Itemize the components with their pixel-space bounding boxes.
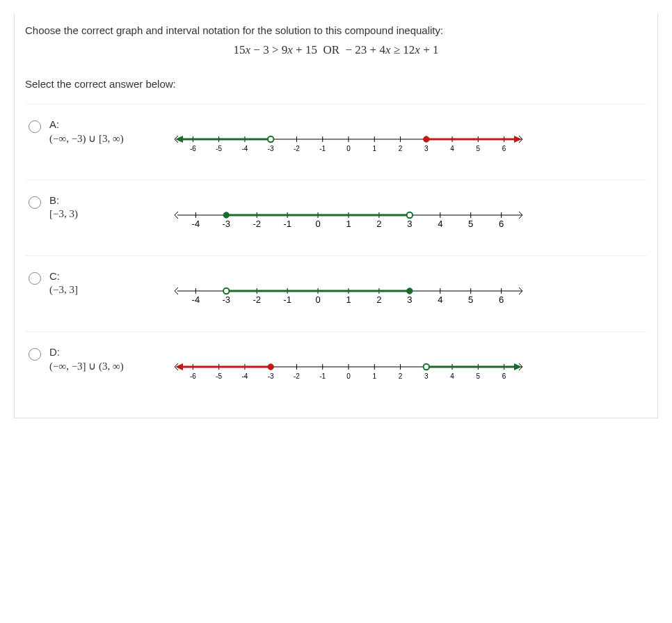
svg-text:0: 0 (315, 294, 320, 305)
svg-text:1: 1 (346, 219, 351, 229)
svg-text:4: 4 (438, 294, 442, 305)
svg-point-29 (268, 136, 273, 142)
graph-container: -4-3-2-10123456 (168, 270, 643, 310)
graph-container: -4-3-2-10123456 (168, 194, 643, 235)
interval-notation: (−∞, −3) ∪ [3, ∞) (49, 132, 168, 145)
svg-text:6: 6 (502, 145, 506, 152)
svg-text:-3: -3 (223, 294, 231, 305)
number-line-graph: -4-3-2-10123456 (168, 283, 529, 310)
svg-text:3: 3 (424, 372, 429, 380)
select-prompt: Select the correct answer below: (25, 78, 647, 90)
radio-button[interactable] (29, 272, 41, 285)
svg-text:-2: -2 (253, 219, 261, 229)
option-D[interactable]: D:(−∞, −3] ∪ (3, ∞)-6-5-4-3-2-10123456 (25, 331, 647, 407)
svg-marker-31 (514, 136, 522, 143)
svg-text:-1: -1 (319, 372, 326, 380)
interval-notation: (−3, 3] (49, 284, 168, 296)
svg-marker-116 (514, 363, 522, 370)
options-list: A:(−∞, −3) ∪ [3, ∞)-6-5-4-3-2-10123456B:… (25, 104, 647, 407)
svg-text:0: 0 (346, 372, 351, 380)
question-card: Choose the correct graph and interval no… (14, 14, 658, 418)
svg-point-114 (268, 364, 273, 370)
svg-text:-5: -5 (216, 145, 222, 152)
radio-button[interactable] (29, 348, 41, 361)
svg-text:1: 1 (372, 372, 376, 380)
svg-text:-6: -6 (190, 145, 196, 152)
svg-text:2: 2 (399, 145, 403, 152)
option-B[interactable]: B:[−3, 3)-4-3-2-10123456 (25, 180, 647, 255)
svg-point-57 (223, 212, 229, 218)
svg-text:-6: -6 (190, 372, 196, 380)
svg-text:0: 0 (315, 219, 320, 229)
option-A[interactable]: A:(−∞, −3) ∪ [3, ∞)-6-5-4-3-2-10123456 (25, 104, 647, 180)
svg-text:2: 2 (376, 294, 381, 305)
svg-marker-28 (175, 136, 183, 143)
svg-point-84 (407, 288, 413, 294)
svg-text:-3: -3 (268, 145, 274, 152)
svg-text:4: 4 (438, 219, 442, 229)
svg-text:-2: -2 (253, 294, 261, 305)
svg-text:1: 1 (372, 145, 376, 152)
number-line-graph: -6-5-4-3-2-10123456 (168, 358, 529, 386)
svg-text:-4: -4 (192, 294, 200, 305)
svg-text:0: 0 (346, 145, 351, 152)
option-label: A: (49, 118, 168, 130)
svg-text:-4: -4 (241, 145, 248, 152)
interval-notation: [−3, 3) (49, 208, 168, 220)
svg-text:-2: -2 (294, 145, 300, 152)
svg-text:-5: -5 (216, 372, 222, 380)
svg-text:3: 3 (407, 219, 412, 229)
option-label: D: (49, 346, 168, 358)
option-label: B: (49, 194, 168, 206)
svg-text:4: 4 (450, 145, 454, 152)
svg-text:5: 5 (477, 372, 481, 380)
svg-text:-1: -1 (319, 145, 326, 152)
option-label: C: (49, 270, 168, 282)
svg-text:-3: -3 (223, 219, 231, 229)
question-text: Choose the correct graph and interval no… (25, 24, 647, 36)
graph-container: -6-5-4-3-2-10123456 (168, 118, 643, 159)
svg-text:6: 6 (499, 219, 504, 229)
graph-container: -6-5-4-3-2-10123456 (168, 346, 643, 386)
svg-text:-4: -4 (192, 219, 200, 229)
svg-text:4: 4 (450, 372, 454, 380)
svg-text:3: 3 (407, 294, 412, 305)
svg-text:-1: -1 (283, 294, 291, 305)
svg-text:5: 5 (468, 219, 473, 229)
svg-text:1: 1 (346, 294, 351, 305)
equation: 15x − 3 > 9x + 15 OR − 23 + 4x ≥ 12x + 1 (25, 43, 647, 57)
svg-text:6: 6 (502, 372, 506, 380)
svg-marker-113 (175, 363, 183, 370)
svg-text:-3: -3 (268, 372, 274, 380)
option-C[interactable]: C:(−3, 3]-4-3-2-10123456 (25, 255, 647, 331)
svg-text:6: 6 (499, 294, 504, 305)
svg-point-58 (407, 212, 413, 218)
svg-text:-2: -2 (294, 372, 300, 380)
number-line-graph: -6-5-4-3-2-10123456 (168, 131, 529, 159)
svg-point-117 (424, 364, 429, 370)
svg-point-32 (424, 136, 429, 142)
svg-text:5: 5 (468, 294, 473, 305)
svg-text:5: 5 (477, 145, 481, 152)
svg-text:2: 2 (376, 219, 381, 229)
radio-button[interactable] (29, 120, 41, 133)
interval-notation: (−∞, −3] ∪ (3, ∞) (49, 360, 168, 372)
svg-text:-4: -4 (241, 372, 248, 380)
number-line-graph: -4-3-2-10123456 (168, 207, 529, 235)
svg-point-83 (223, 288, 229, 294)
svg-text:-1: -1 (283, 219, 291, 229)
svg-text:3: 3 (424, 145, 429, 152)
svg-text:2: 2 (399, 372, 403, 380)
radio-button[interactable] (29, 196, 41, 209)
